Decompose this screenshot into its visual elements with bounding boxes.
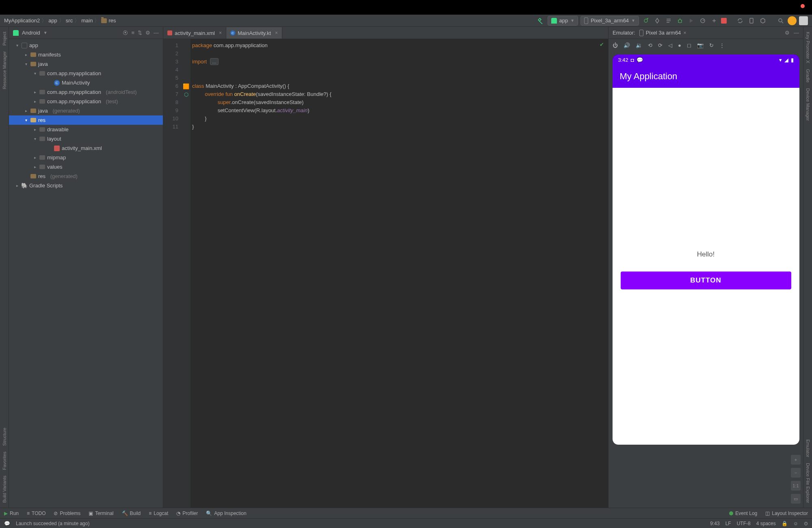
lock-icon[interactable]: 🔒 [782,521,788,526]
inspection-ok-icon[interactable]: ✔ [600,41,604,48]
volume-down-icon[interactable]: 🔉 [636,42,642,48]
back-icon[interactable]: ◁ [668,42,672,48]
hide-icon[interactable]: — [154,30,159,36]
apply-code-icon[interactable] [664,16,673,25]
rail-structure[interactable]: Structure [2,426,7,448]
breadcrumb-item[interactable]: app [48,17,57,24]
bottom-build[interactable]: 🔨Build [122,511,141,516]
rotate-left-icon[interactable]: ⟲ [648,42,652,48]
attach-debugger-icon[interactable] [710,16,719,25]
tree-node-java[interactable]: java [38,61,48,67]
face-icon[interactable]: ☺ [793,521,798,526]
coverage-icon[interactable] [687,16,696,25]
hide-icon[interactable]: — [794,30,799,36]
zoom-11[interactable]: 1:1 [791,481,801,491]
bottom-profiler[interactable]: ◔Profiler [176,511,198,516]
project-tree[interactable]: ▾app ▸manifests ▾java ▾com.app.myapplica… [9,39,163,508]
tab-activity-main-xml[interactable]: activity_main.xml× [163,27,226,39]
tab-mainactivity-kt[interactable]: CMainActivity.kt× [226,27,282,39]
gear-icon[interactable]: ⚙ [785,30,790,36]
apply-changes-icon[interactable] [653,16,662,25]
tree-node-mipmap[interactable]: mipmap [47,154,66,161]
status-indent[interactable]: 4 spaces [756,521,776,526]
emulator-tab[interactable]: Pixel 3a arm64 × [639,30,686,36]
app-screen[interactable]: Hello! BUTTON [613,88,799,445]
gutter-run-icon[interactable]: 🟧 [182,82,191,90]
rail-key-promoter[interactable]: Key Promoter X [806,30,810,65]
status-line-sep[interactable]: LF [725,521,731,526]
sync-icon[interactable] [736,16,745,25]
tree-node-layout[interactable]: layout [47,136,61,142]
rail-favorites[interactable]: Favorites [2,450,7,472]
tree-node-activity-main-xml[interactable]: activity_main.xml [62,145,102,151]
phone-frame[interactable]: 3:42 ◘ 💬 ▾ ◢ ▮ My Application Hello! BUT… [613,54,799,445]
rail-device-manager[interactable]: Device Manager [806,87,810,122]
tree-node-java-gen[interactable]: java [38,108,48,114]
rail-project[interactable]: Project [2,30,7,47]
hammer-icon[interactable] [536,16,545,25]
bottom-event-log[interactable]: Event Log [729,511,757,516]
stop-icon[interactable] [721,18,727,24]
bottom-problems[interactable]: ⊘Problems [54,511,80,516]
tree-node-values[interactable]: values [47,164,63,170]
overview-icon[interactable]: ◻ [687,42,691,48]
more-icon[interactable]: ⋮ [719,42,725,48]
tree-node-drawable[interactable]: drawable [47,126,69,133]
debug-icon[interactable] [676,16,684,25]
bottom-todo[interactable]: ≡TODO [27,511,45,516]
close-icon[interactable]: × [219,30,222,36]
breadcrumb-item[interactable]: res [108,17,116,24]
tree-node-gradle[interactable]: Gradle Scripts [29,183,63,189]
breadcrumb-item[interactable]: src [66,17,73,24]
zoom-out-icon[interactable]: − [791,468,801,478]
rail-device-explorer[interactable]: Device File Explorer [806,461,810,504]
power-icon[interactable]: ⏻ [613,42,618,48]
bottom-layout-inspector[interactable]: ◫Layout Inspector [765,511,808,516]
bottom-terminal[interactable]: ▣Terminal [89,511,113,516]
zoom-in-icon[interactable]: + [791,455,801,465]
status-encoding[interactable]: UTF-8 [737,521,751,526]
close-icon[interactable]: × [683,30,686,36]
zoom-fit-icon[interactable]: ▭ [791,494,801,504]
tree-node-app[interactable]: app [29,42,38,48]
rail-build-variants[interactable]: Build Variants [2,474,7,504]
code-content[interactable]: package com.app.myapplication import ...… [191,39,608,508]
avatar[interactable] [788,16,797,25]
snapshot-icon[interactable]: ↻ [709,42,714,48]
window-close-dot[interactable] [801,4,805,8]
rail-gradle[interactable]: Gradle [806,67,810,84]
collapse-icon[interactable]: ⇅ [138,30,142,36]
tree-node-res-gen[interactable]: res [38,173,45,179]
status-notifications-icon[interactable]: 💬 [4,521,10,526]
screenshot-icon[interactable]: 📷 [697,42,704,48]
close-icon[interactable]: × [275,30,278,36]
run-config-selector[interactable]: app ▼ [548,16,578,26]
expand-icon[interactable]: ≡ [131,30,134,36]
code-editor[interactable]: 1234567891011 🟧 ⬡ package com.app.myappl… [163,39,608,508]
bottom-run[interactable]: ▶Run [4,511,19,516]
select-opened-icon[interactable]: ⦿ [123,30,128,36]
rotate-right-icon[interactable]: ⟳ [658,42,663,48]
tree-node-res[interactable]: res [38,117,45,123]
breadcrumb-item[interactable]: main [81,17,93,24]
sdk-icon[interactable] [758,16,767,25]
home-icon[interactable]: ● [678,42,681,48]
device-selector[interactable]: Pixel_3a_arm64 ▼ [580,16,639,26]
tree-node-package[interactable]: com.app.myapplication [47,70,101,76]
bottom-logcat[interactable]: ≡Logcat [149,511,168,516]
breadcrumb-item[interactable]: MyApplication2 [4,17,40,24]
memory-icon[interactable]: ⊙ [804,521,808,526]
volume-up-icon[interactable]: 🔊 [624,42,630,48]
tree-node-mainactivity[interactable]: MainActivity [62,80,90,86]
avd-icon[interactable] [747,16,756,25]
gear-icon[interactable]: ⚙ [145,30,150,36]
bottom-app-inspection[interactable]: 🔍App Inspection [206,511,246,516]
project-view-selector[interactable]: Android [22,30,40,36]
tree-node-package-test[interactable]: com.app.myapplication [47,98,101,104]
tree-node-package-androidtest[interactable]: com.app.myapplication [47,89,101,95]
gutter-override-icon[interactable]: ⬡ [182,90,191,98]
rail-resource-manager[interactable]: Resource Manager [2,50,7,91]
account-icon[interactable] [799,16,808,25]
search-icon[interactable] [776,16,785,25]
app-button[interactable]: BUTTON [621,272,791,289]
